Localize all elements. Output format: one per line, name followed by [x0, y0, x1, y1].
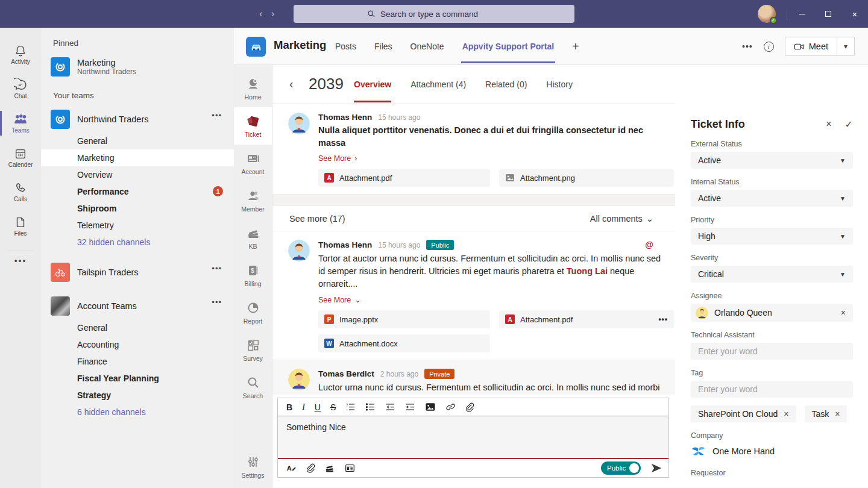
appnav-member[interactable]: Member	[234, 182, 272, 219]
search-input[interactable]	[294, 5, 574, 23]
hidden-channels-link[interactable]: 32 hidden channels	[41, 234, 234, 251]
channel-accounting[interactable]: Accounting	[41, 336, 234, 353]
remove-tag-icon[interactable]: ×	[784, 409, 788, 419]
hidden-channels-link[interactable]: 6 hidden channels	[41, 404, 234, 421]
channel-shiproom[interactable]: Shiproom	[41, 200, 234, 217]
rail-item-chat[interactable]: Chat	[0, 72, 41, 106]
comment-author[interactable]: Thomas Henn	[318, 113, 372, 122]
add-tab-icon[interactable]: +	[572, 40, 579, 54]
tab-posts[interactable]: Posts	[335, 42, 356, 51]
more-options-icon[interactable]: •••	[742, 42, 753, 51]
attachment-pptx[interactable]: P Image.pptx	[318, 310, 490, 328]
team-tailspin-traders[interactable]: Tailspin Traders •••	[41, 259, 234, 286]
external-status-select[interactable]: Active ▼	[691, 152, 853, 169]
send-button[interactable]	[650, 463, 662, 474]
channel-performance[interactable]: Performance 1	[41, 183, 234, 200]
back-icon[interactable]: ‹	[289, 77, 294, 91]
team-more-icon[interactable]: •••	[212, 298, 222, 307]
comment-author[interactable]: Thomas Henn	[318, 240, 372, 249]
search-input-field[interactable]	[380, 10, 501, 19]
comment-filter-dropdown[interactable]: All comments ⌄	[590, 214, 653, 224]
tab-onenote[interactable]: OneNote	[410, 42, 444, 51]
remove-tag-icon[interactable]: ×	[835, 409, 840, 419]
bold-button[interactable]: B	[286, 402, 292, 412]
attachment-pdf[interactable]: A Attachment.pdf	[318, 169, 490, 187]
technical-assistant-input[interactable]	[691, 343, 853, 360]
appnav-account[interactable]: Account	[234, 145, 272, 182]
attachment-png[interactable]: Attachment.png	[499, 169, 674, 187]
ticket-tab-attachment[interactable]: Attachment (4)	[410, 80, 466, 89]
priority-select[interactable]: High ▼	[691, 228, 853, 245]
appnav-billing[interactable]: $ Billing	[234, 257, 272, 294]
appnav-home[interactable]: Home	[234, 70, 272, 107]
minimize-button[interactable]	[788, 0, 815, 28]
rail-item-teams[interactable]: Teams	[0, 106, 41, 140]
public-toggle[interactable]: Public	[601, 461, 641, 475]
internal-status-select[interactable]: Active ▼	[691, 190, 853, 207]
channel-telemetry[interactable]: Telemetry	[41, 217, 234, 234]
severity-select[interactable]: Critical ▼	[691, 266, 853, 283]
team-more-icon[interactable]: •••	[212, 111, 222, 120]
rail-item-activity[interactable]: Activity	[0, 37, 41, 72]
pinned-channel-marketing[interactable]: Marketing Northwind Traders	[41, 54, 234, 80]
maximize-button[interactable]	[815, 0, 841, 28]
tag-chip-task[interactable]: Task ×	[805, 405, 848, 422]
meet-button[interactable]: Meet ▾	[785, 37, 855, 56]
kb-article-icon[interactable]	[325, 463, 335, 473]
numbered-list-icon[interactable]	[345, 402, 356, 411]
appnav-ticket[interactable]: Ticket	[234, 107, 272, 145]
mention-link[interactable]: Tuong Lai	[567, 266, 608, 276]
italic-button[interactable]: I	[302, 402, 305, 412]
tag-chip-sharepoint[interactable]: SharePoint On Cloud ×	[691, 405, 796, 422]
compose-text-input[interactable]: Something Nice	[278, 416, 668, 459]
strikethrough-button[interactable]: S	[330, 402, 336, 412]
tab-files[interactable]: Files	[374, 42, 392, 51]
channel-general-2[interactable]: General	[41, 319, 234, 336]
ticket-tab-overview[interactable]: Overview	[354, 80, 391, 89]
meet-dropdown-icon[interactable]: ▾	[837, 37, 854, 55]
team-northwind-traders[interactable]: Northwind Traders •••	[41, 106, 234, 133]
ticket-tab-related[interactable]: Related (0)	[485, 80, 527, 89]
attachment-pdf[interactable]: A Attachment.pdf •••	[499, 310, 674, 328]
history-forward-icon[interactable]: ›	[271, 8, 275, 20]
underline-button[interactable]: U	[315, 402, 321, 412]
save-check-icon[interactable]: ✓	[845, 119, 853, 130]
appnav-search[interactable]: Search	[234, 369, 272, 406]
close-button[interactable]: ×	[841, 0, 868, 28]
channel-finance[interactable]: Finance	[41, 353, 234, 370]
insert-link-icon[interactable]	[445, 402, 456, 411]
remove-assignee-icon[interactable]: ×	[841, 308, 846, 318]
outdent-icon[interactable]	[385, 402, 395, 411]
discard-icon[interactable]: ×	[826, 119, 831, 130]
attach-file-icon[interactable]	[306, 463, 315, 473]
user-avatar[interactable]: ✓	[758, 5, 776, 23]
team-more-icon[interactable]: •••	[212, 264, 222, 273]
team-account-teams[interactable]: Account Teams •••	[41, 293, 234, 319]
indent-icon[interactable]	[405, 402, 415, 411]
insert-image-icon[interactable]	[425, 402, 436, 411]
see-more-link[interactable]: See More ›	[318, 154, 665, 163]
channel-marketing[interactable]: Marketing	[41, 149, 234, 166]
channel-overview[interactable]: Overview	[41, 166, 234, 183]
info-icon[interactable]: i	[764, 42, 774, 52]
appnav-kb[interactable]: KB	[234, 219, 272, 257]
history-back-icon[interactable]: ‹	[259, 8, 263, 20]
comment-author[interactable]: Tomas Berdict	[318, 369, 374, 378]
appnav-report[interactable]: Report	[234, 294, 272, 331]
channel-strategy[interactable]: Strategy	[41, 387, 234, 404]
attachment-docx[interactable]: W Attachment.docx	[318, 334, 490, 352]
format-text-icon[interactable]: A	[286, 463, 297, 473]
see-more-link[interactable]: See More ⌄	[318, 295, 665, 304]
bullet-list-icon[interactable]	[365, 402, 376, 411]
template-card-icon[interactable]	[345, 463, 355, 473]
attachment-more-icon[interactable]: •••	[658, 315, 668, 324]
channel-fiscal-year-planning[interactable]: Fiscal Year Planning	[41, 370, 234, 387]
rail-item-calls[interactable]: Calls	[0, 175, 41, 209]
attach-file-icon[interactable]	[465, 402, 474, 412]
rail-item-calendar[interactable]: Calender	[0, 140, 41, 175]
appnav-survey[interactable]: Survey	[234, 331, 272, 369]
appnav-settings[interactable]: Settings	[234, 448, 272, 486]
channel-general[interactable]: General	[41, 133, 234, 149]
tab-appvity-support-portal[interactable]: Appvity Support Portal	[462, 42, 554, 51]
assignee-chip[interactable]: Orlando Queen ×	[691, 304, 853, 322]
